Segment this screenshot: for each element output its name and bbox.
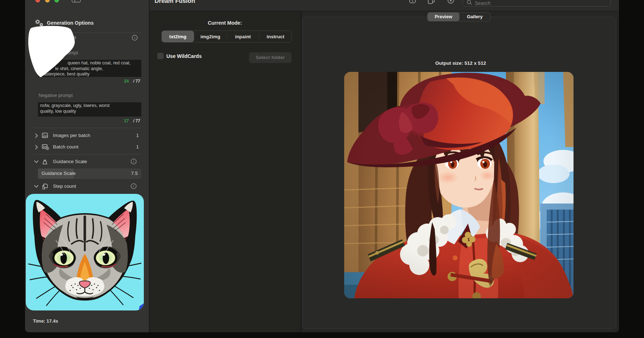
svg-text:i: i [133,160,134,163]
svg-text:i: i [134,36,135,40]
svg-text:i: i [133,184,134,188]
